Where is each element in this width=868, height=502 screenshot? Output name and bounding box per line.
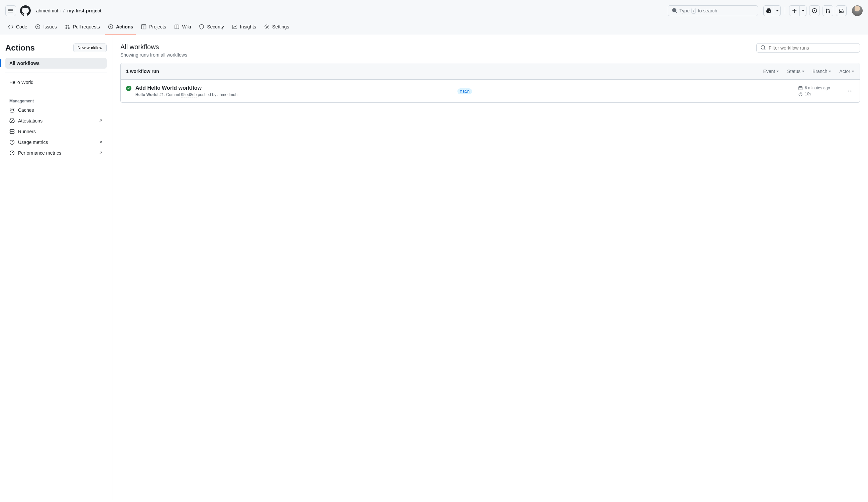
search-shortcut: / xyxy=(691,8,696,14)
run-number: #1 xyxy=(159,92,164,97)
notifications-button[interactable] xyxy=(836,6,847,16)
runs-count: 1 workflow run xyxy=(126,69,755,74)
filter-status[interactable]: Status xyxy=(787,69,805,74)
nav-pulls-label: Pull requests xyxy=(73,24,100,29)
filter-branch-label: Branch xyxy=(813,69,827,74)
filter-workflow-input[interactable] xyxy=(769,45,856,51)
svg-point-1 xyxy=(814,10,815,11)
caret-down-icon xyxy=(851,70,854,73)
run-commit-sha[interactable]: 95ed8eb xyxy=(181,92,197,97)
sidebar-divider xyxy=(6,92,107,92)
svg-point-3 xyxy=(37,26,39,28)
main-content: All workflows Showing runs from all work… xyxy=(112,35,868,500)
external-link-icon xyxy=(99,151,103,155)
nav-security-label: Security xyxy=(207,24,224,29)
sidebar-caches[interactable]: Caches xyxy=(6,105,107,116)
sidebar-attestations[interactable]: Attestations xyxy=(6,116,107,126)
run-commit-prefix: : Commit xyxy=(164,92,181,97)
play-icon xyxy=(108,24,113,29)
pull-request-icon xyxy=(65,24,70,29)
nav-settings-label: Settings xyxy=(272,24,289,29)
nav-actions[interactable]: Actions xyxy=(105,21,136,35)
sidebar-performance-metrics[interactable]: Performance metrics xyxy=(6,148,107,158)
run-time-ago: 6 minutes ago xyxy=(805,86,830,90)
breadcrumb: ahmedmuhi / my-first-project xyxy=(36,8,102,13)
calendar-icon xyxy=(798,86,803,90)
status-success-icon xyxy=(126,86,131,91)
breadcrumb-separator: / xyxy=(63,8,64,13)
nav-wiki[interactable]: Wiki xyxy=(172,21,194,35)
issues-shortcut-button[interactable] xyxy=(809,6,820,16)
issue-icon xyxy=(812,8,817,13)
filter-event[interactable]: Event xyxy=(763,69,779,74)
sidebar-all-workflows-label: All workflows xyxy=(9,61,40,66)
nav-pull-requests[interactable]: Pull requests xyxy=(62,21,103,35)
filter-branch[interactable]: Branch xyxy=(813,69,831,74)
svg-point-11 xyxy=(10,132,11,133)
run-actor: ahmedmuhi xyxy=(217,92,238,97)
github-logo[interactable] xyxy=(20,6,31,16)
filter-event-label: Event xyxy=(763,69,775,74)
sidebar-runners[interactable]: Runners xyxy=(6,126,107,137)
breadcrumb-repo[interactable]: my-first-project xyxy=(67,8,102,13)
actions-sidebar: Actions New workflow All workflows Hello… xyxy=(0,35,112,500)
server-icon xyxy=(9,129,15,134)
menu-button[interactable] xyxy=(6,6,16,16)
nav-insights-label: Insights xyxy=(240,24,256,29)
svg-point-18 xyxy=(851,91,852,92)
run-actions-menu[interactable] xyxy=(846,87,854,95)
external-link-icon xyxy=(99,119,103,123)
create-button[interactable] xyxy=(789,6,800,16)
copilot-caret-button[interactable] xyxy=(774,6,781,16)
workflow-run-row: Add Hello World workflow Hello World #1:… xyxy=(121,80,860,102)
sidebar-all-workflows[interactable]: All workflows xyxy=(6,58,107,69)
sidebar-workflow-label: Hello World xyxy=(9,80,33,85)
issue-icon xyxy=(35,24,40,29)
branch-badge[interactable]: main xyxy=(457,88,473,94)
svg-point-7 xyxy=(10,108,14,109)
copilot-button[interactable] xyxy=(763,6,774,16)
sidebar-divider xyxy=(6,73,107,73)
svg-point-16 xyxy=(848,91,849,92)
caret-down-icon xyxy=(828,70,831,73)
runners-label: Runners xyxy=(18,129,36,134)
pull-requests-shortcut-button[interactable] xyxy=(823,6,833,16)
run-duration: 10s xyxy=(805,92,811,97)
page-subtitle: Showing runs from all workflows xyxy=(120,52,187,58)
run-title-link[interactable]: Add Hello World workflow xyxy=(135,85,453,91)
copilot-icon xyxy=(766,8,771,13)
global-search[interactable]: Type / to search xyxy=(668,6,758,16)
svg-point-17 xyxy=(850,91,851,92)
caret-down-icon xyxy=(776,9,779,12)
nav-issues[interactable]: Issues xyxy=(32,21,59,35)
filter-actor[interactable]: Actor xyxy=(839,69,854,74)
runs-header: 1 workflow run Event Status Branch Actor xyxy=(121,63,860,80)
plus-icon xyxy=(792,8,797,13)
run-meta: Hello World #1: Commit 95ed8eb pushed by… xyxy=(135,92,453,97)
nav-insights[interactable]: Insights xyxy=(229,21,259,35)
attestations-label: Attestations xyxy=(18,118,42,123)
caret-down-icon xyxy=(776,70,779,73)
breadcrumb-owner[interactable]: ahmedmuhi xyxy=(36,8,61,13)
caret-down-icon xyxy=(802,70,805,73)
filter-input-container[interactable] xyxy=(756,43,860,52)
nav-projects-label: Projects xyxy=(149,24,166,29)
nav-security[interactable]: Security xyxy=(196,21,227,35)
new-workflow-button[interactable]: New workflow xyxy=(73,43,107,52)
sidebar-usage-metrics[interactable]: Usage metrics xyxy=(6,137,107,148)
nav-code[interactable]: Code xyxy=(6,21,30,35)
sidebar-title: Actions xyxy=(6,43,35,52)
meter-icon xyxy=(9,140,15,145)
create-caret-button[interactable] xyxy=(800,6,806,16)
usage-label: Usage metrics xyxy=(18,140,48,145)
code-icon xyxy=(8,24,13,29)
verified-icon xyxy=(9,118,15,123)
table-icon xyxy=(141,24,146,29)
github-icon xyxy=(20,6,31,16)
gear-icon xyxy=(264,24,269,29)
user-avatar[interactable] xyxy=(852,6,862,16)
nav-code-label: Code xyxy=(16,24,27,29)
nav-settings[interactable]: Settings xyxy=(261,21,292,35)
nav-projects[interactable]: Projects xyxy=(138,21,169,35)
sidebar-workflow-hello-world[interactable]: Hello World xyxy=(6,77,107,88)
